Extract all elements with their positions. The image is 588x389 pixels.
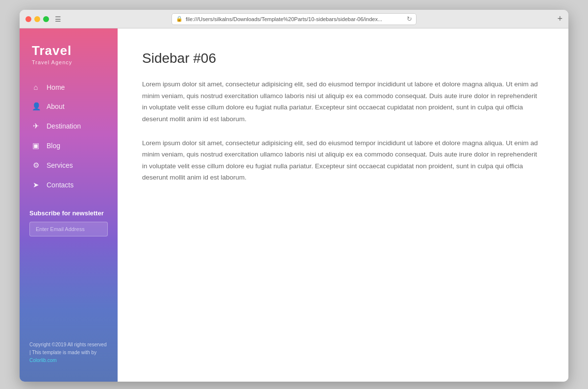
subscribe-section: Subscribe for newsletter [20,209,118,236]
browser-window: ☰ 🔒 file:///Users/silkalns/Downloads/Tem… [20,10,568,382]
sidebar: Travel Travel Agency ⌂ Home 👤 About ✈ De… [20,28,118,382]
home-icon: ⌂ [32,83,40,91]
address-bar[interactable]: 🔒 file:///Users/silkalns/Downloads/Templ… [172,13,416,25]
paragraph-1: Lorem ipsum dolor sit amet, consectetur … [142,78,544,125]
sidebar-item-blog[interactable]: ▣ Blog [20,136,118,156]
sidebar-item-home[interactable]: ⌂ Home [20,78,118,97]
browser-dots [25,16,49,22]
close-button[interactable] [25,16,31,22]
colorlib-link[interactable]: Colorlib.com [29,358,57,363]
add-tab-button[interactable]: + [557,14,563,24]
paragraph-2: Lorem ipsum dolor sit amet, consectetur … [142,137,544,184]
sidebar-item-label: Blog [47,142,60,150]
page-layout: Travel Travel Agency ⌂ Home 👤 About ✈ De… [20,28,568,382]
sidebar-item-label: Destination [47,122,81,130]
subscribe-label: Subscribe for newsletter [29,209,108,217]
user-icon: 👤 [32,102,40,111]
email-input[interactable] [29,222,108,236]
browser-menu-icon: ☰ [55,15,61,23]
page-title: Sidebar #06 [142,51,544,66]
sidebar-nav: ⌂ Home 👤 About ✈ Destination ▣ Blog ⚙ [20,78,118,195]
plane-icon: ✈ [32,122,40,130]
main-content: Sidebar #06 Lorem ipsum dolor sit amet, … [118,28,568,382]
sidebar-item-services[interactable]: ⚙ Services [20,156,118,175]
maximize-button[interactable] [43,16,49,22]
footer-text: Copyright ©2019 All rights reserved | Th… [29,342,106,355]
sidebar-footer: Copyright ©2019 All rights reserved | Th… [20,334,118,372]
sidebar-item-label: Home [47,83,65,91]
lock-icon: 🔒 [176,16,183,22]
send-icon: ➤ [32,181,40,189]
address-text: file:///Users/silkalns/Downloads/Templat… [186,16,404,22]
sidebar-brand: Travel Travel Agency [20,43,118,78]
sidebar-item-label: Contacts [47,181,74,189]
sidebar-item-label: Services [47,161,73,169]
refresh-button[interactable]: ↻ [407,15,412,23]
sidebar-item-destination[interactable]: ✈ Destination [20,116,118,136]
blog-icon: ▣ [32,141,40,150]
brand-title: Travel [32,43,105,58]
gear-icon: ⚙ [32,161,40,170]
minimize-button[interactable] [34,16,40,22]
sidebar-item-label: About [47,103,65,110]
browser-titlebar: ☰ 🔒 file:///Users/silkalns/Downloads/Tem… [20,10,568,28]
sidebar-item-contacts[interactable]: ➤ Contacts [20,175,118,195]
sidebar-item-about[interactable]: 👤 About [20,97,118,116]
brand-subtitle: Travel Agency [32,59,105,65]
